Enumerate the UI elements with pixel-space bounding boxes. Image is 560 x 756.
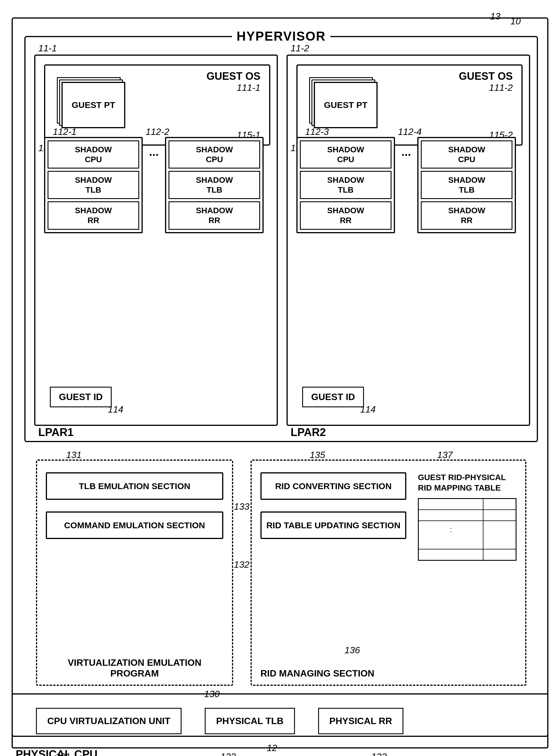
shadow-tlb2-label: SHADOWTLB	[168, 171, 260, 199]
shadow-rr1-label: SHADOWRR	[47, 201, 139, 230]
mapping-table-area: GUEST RID-PHYSICAL RID MAPPING TABLE :	[418, 472, 517, 661]
rid-managing-label: RID MANAGING SECTION	[260, 668, 374, 679]
rid-managing-box: 135 137 RID CONVERTING SECTION RID TABLE…	[251, 459, 526, 686]
ref123: 123	[371, 751, 386, 756]
lpar2-label: LPAR2	[291, 426, 326, 439]
ref135-top: 135	[310, 450, 325, 460]
ref137-top: 137	[437, 450, 453, 460]
mapping-table-label: GUEST RID-PHYSICAL RID MAPPING TABLE	[418, 472, 517, 494]
physical-cpu-section: CPU VIRTUALIZATION UNIT PHYSICAL TLB PHY…	[12, 693, 548, 749]
ref112-1: 112-1	[53, 126, 77, 137]
guest-pt1-area: GUEST PT	[57, 77, 126, 130]
lpar1-label: LPAR1	[38, 426, 74, 439]
shadow-cpu4-label: SHADOWCPU	[421, 140, 513, 168]
guest-os2-label: GUEST OS	[459, 70, 513, 82]
guest-pt2-area: GUEST PT	[309, 77, 379, 130]
shadow-cpu4-box: SHADOWCPU SHADOWTLB SHADOWRR	[417, 137, 516, 233]
shadow-cpu2-box: SHADOWCPU SHADOWTLB SHADOWRR	[165, 137, 264, 233]
mapping-table-grid: :	[418, 498, 517, 561]
guest-pt1-box: GUEST PT	[61, 82, 125, 128]
ref12: 12	[267, 743, 277, 753]
lpar1-ref: 11-1	[38, 43, 57, 54]
shadow-tlb1-label: SHADOWTLB	[47, 171, 139, 199]
shadow-rr2-label: SHADOWRR	[168, 201, 260, 230]
ref111-1: 111-1	[237, 82, 260, 93]
hypervisor-label: HYPERVISOR	[232, 29, 331, 43]
shadow-cpu1-label: SHADOWCPU	[47, 140, 139, 168]
lpar1-shadow-group: SHADOWCPU SHADOWTLB SHADOWRR ··· SHADOWC…	[44, 137, 264, 233]
rid-table-updating-box: RID TABLE UPDATING SECTION	[260, 512, 406, 539]
ref133: 133	[234, 501, 249, 512]
shadow-cpu2-label: SHADOWCPU	[168, 140, 260, 168]
lpar2-ref: 11-2	[291, 43, 309, 54]
guest-id1-box: GUEST ID	[50, 387, 112, 407]
lpar2-box: 11-2 LPAR2 GUEST OS 111-2 115-2 GUEST PT…	[286, 55, 530, 426]
guest-id2-box: GUEST ID	[302, 387, 364, 407]
cpu-virt-group: CPU VIRTUALIZATION UNIT	[36, 708, 182, 734]
cpu-virt-unit-box: CPU VIRTUALIZATION UNIT	[36, 708, 182, 734]
ref122: 122	[220, 751, 236, 756]
lpar2-shadow-group: SHADOWCPU SHADOWTLB SHADOWRR ··· SHADOWC…	[296, 137, 516, 233]
physical-rr-box: PHYSICAL RR	[318, 708, 403, 734]
guest-pt2-box: GUEST PT	[314, 82, 378, 128]
ref111-2: 111-2	[489, 82, 513, 93]
physical-tlb-box: PHYSICAL TLB	[205, 708, 295, 734]
ref112-4: 112-4	[398, 126, 422, 137]
rid-converting-box: RID CONVERTING SECTION	[260, 472, 406, 500]
physical-rr-group: PHYSICAL RR	[318, 708, 403, 734]
shadow-rr3-label: SHADOWRR	[300, 201, 392, 230]
ellipsis2: ···	[399, 137, 413, 162]
ref132: 132	[234, 559, 249, 570]
ellipsis1: ···	[147, 137, 161, 162]
ref114a: 114	[108, 404, 123, 415]
virt-program-label: VIRTUALIZATION EMULATION PROGRAM	[46, 657, 223, 679]
shadow-cpu3-label: SHADOWCPU	[300, 140, 392, 168]
hypervisor-box: HYPERVISOR 11-1 LPAR1 GUEST OS 111-1 115…	[24, 36, 538, 442]
rid-left-column: RID CONVERTING SECTION RID TABLE UPDATIN…	[260, 472, 406, 661]
guest-os1-label: GUEST OS	[206, 70, 260, 82]
shadow-tlb4-label: SHADOWTLB	[421, 171, 513, 199]
computer-box: HYPERVISOR 11-1 LPAR1 GUEST OS 111-1 115…	[12, 17, 548, 737]
physical-tlb-group: PHYSICAL TLB	[205, 708, 295, 734]
ref114b: 114	[360, 404, 376, 415]
shadow-cpu3-box: SHADOWCPU SHADOWTLB SHADOWRR	[296, 137, 395, 233]
command-emulation-box: COMMAND EMULATION SECTION	[46, 512, 223, 539]
diagram-root: 13 10 HYPERVISOR 11-1 LPAR1 GUEST OS 111…	[0, 0, 560, 756]
ref131: 131	[66, 450, 81, 460]
virt-emulation-box: 131 TLB EMULATION SECTION 133 COMMAND EM…	[36, 459, 233, 686]
ref136: 136	[344, 645, 360, 656]
lower-section: 131 TLB EMULATION SECTION 133 COMMAND EM…	[24, 448, 538, 697]
shadow-tlb3-label: SHADOWTLB	[300, 171, 392, 199]
ref112-3: 112-3	[305, 126, 329, 137]
shadow-cpu1-box: SHADOWCPU SHADOWTLB SHADOWRR	[44, 137, 143, 233]
tlb-emulation-box: TLB EMULATION SECTION	[46, 472, 223, 500]
ref112-2: 112-2	[145, 126, 169, 137]
ref121: 121	[55, 751, 71, 756]
lpar1-box: 11-1 LPAR1 GUEST OS 111-1 115-1 GUEST PT…	[34, 55, 278, 426]
shadow-rr4-label: SHADOWRR	[421, 201, 513, 230]
